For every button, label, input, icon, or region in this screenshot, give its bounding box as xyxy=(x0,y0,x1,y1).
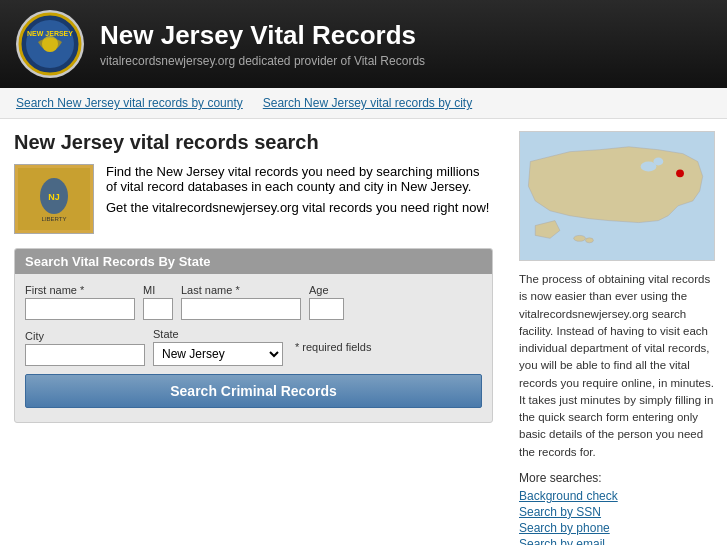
page-title: New Jersey vital records search xyxy=(14,131,493,154)
city-state-row: City State New Jersey * required fields xyxy=(25,328,482,366)
last-name-input[interactable] xyxy=(181,298,301,320)
required-note: * required fields xyxy=(295,341,371,353)
svg-text:NEW JERSEY: NEW JERSEY xyxy=(27,30,73,37)
top-nav: Search New Jersey vital records by count… xyxy=(0,88,727,119)
site-logo: NEW JERSEY xyxy=(16,10,84,78)
first-name-input[interactable] xyxy=(25,298,135,320)
age-input[interactable] xyxy=(309,298,344,320)
svg-text:LIBERTY: LIBERTY xyxy=(42,216,67,222)
svg-point-11 xyxy=(653,158,663,166)
svg-point-14 xyxy=(585,238,593,243)
link-background-check[interactable]: Background check xyxy=(519,489,715,503)
site-title: New Jersey Vital Records xyxy=(100,20,425,51)
us-map-image xyxy=(519,131,715,261)
last-name-group: Last name * xyxy=(181,284,301,320)
last-name-label: Last name * xyxy=(181,284,301,296)
mi-group: MI xyxy=(143,284,173,320)
state-label: State xyxy=(153,328,283,340)
left-column: New Jersey vital records search NJ LIBER… xyxy=(0,119,507,545)
more-links-list: Background check Search by SSN Search by… xyxy=(519,489,715,545)
city-input[interactable] xyxy=(25,344,145,366)
city-group: City xyxy=(25,330,145,366)
mi-label: MI xyxy=(143,284,173,296)
more-searches-label: More searches: xyxy=(519,471,715,485)
intro-text-2: Get the vitalrecordsnewjersey.org vital … xyxy=(106,200,493,215)
age-group: Age xyxy=(309,284,344,320)
search-box-title: Search Vital Records By State xyxy=(15,249,492,274)
nj-flag-image: NJ LIBERTY xyxy=(14,164,94,234)
first-name-group: First name * xyxy=(25,284,135,320)
link-search-email[interactable]: Search by email xyxy=(519,537,715,545)
site-header-text: New Jersey Vital Records vitalrecordsnew… xyxy=(100,20,425,68)
intro-text-block: Find the New Jersey vital records you ne… xyxy=(106,164,493,234)
name-row: First name * MI Last name * Age xyxy=(25,284,482,320)
main-content: New Jersey vital records search NJ LIBER… xyxy=(0,119,727,545)
state-select[interactable]: New Jersey xyxy=(153,342,283,366)
nav-link-county[interactable]: Search New Jersey vital records by count… xyxy=(16,96,243,110)
state-group: State New Jersey xyxy=(153,328,283,366)
city-label: City xyxy=(25,330,145,342)
search-button[interactable]: Search Criminal Records xyxy=(25,374,482,408)
site-header: NEW JERSEY New Jersey Vital Records vita… xyxy=(0,0,727,88)
svg-point-12 xyxy=(676,169,684,177)
right-description: The process of obtaining vital records i… xyxy=(519,271,715,461)
link-search-phone[interactable]: Search by phone xyxy=(519,521,715,535)
intro-block: NJ LIBERTY Find the New Jersey vital rec… xyxy=(14,164,493,234)
svg-point-3 xyxy=(42,36,58,52)
svg-text:NJ: NJ xyxy=(48,192,60,202)
age-label: Age xyxy=(309,284,344,296)
search-vital-records-box: Search Vital Records By State First name… xyxy=(14,248,493,423)
nav-link-city[interactable]: Search New Jersey vital records by city xyxy=(263,96,472,110)
search-form: First name * MI Last name * Age xyxy=(15,274,492,422)
link-search-ssn[interactable]: Search by SSN xyxy=(519,505,715,519)
mi-input[interactable] xyxy=(143,298,173,320)
right-column: The process of obtaining vital records i… xyxy=(507,119,727,545)
first-name-label: First name * xyxy=(25,284,135,296)
svg-point-13 xyxy=(574,235,586,241)
intro-text-1: Find the New Jersey vital records you ne… xyxy=(106,164,493,194)
site-subtitle: vitalrecordsnewjersey.org dedicated prov… xyxy=(100,54,425,68)
